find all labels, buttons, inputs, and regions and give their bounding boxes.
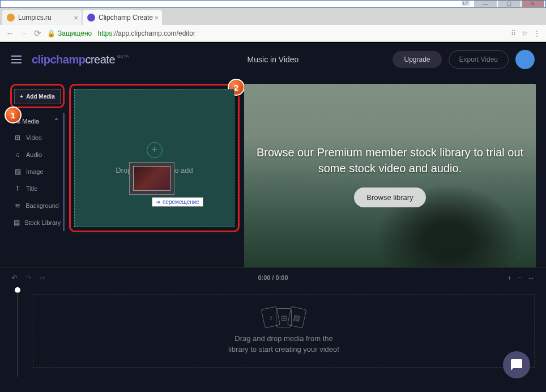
annotation-badge-1: 1: [5, 106, 22, 123]
stock-icon: ▤: [14, 219, 20, 227]
add-media-label: Add Media: [26, 93, 55, 100]
window-close[interactable]: ✕: [522, 1, 544, 7]
playhead-line: [17, 292, 18, 377]
sidebar-item-image[interactable]: ▨Image: [10, 163, 61, 180]
hamburger-icon[interactable]: [11, 56, 22, 63]
upgrade-button[interactable]: Upgrade: [393, 51, 441, 68]
sidebar-item-video[interactable]: ⊞Video: [10, 129, 61, 146]
chevron-up-icon: ⌃: [54, 117, 59, 125]
window-chrome: LP — ☐ ✕: [0, 0, 546, 8]
media-cards-icon: ♪ ⊞ ▨: [260, 308, 308, 327]
browse-library-button[interactable]: Browse library: [354, 188, 425, 207]
chat-icon: [510, 358, 523, 372]
zoom-in-icon[interactable]: +: [507, 274, 512, 282]
annotation-highlight-2: 2 + Drop media here to add ➜ перемещение: [69, 84, 240, 232]
add-media-button[interactable]: + Add Media: [14, 89, 61, 104]
media-dropzone[interactable]: + Drop media here to add ➜ перемещение: [74, 89, 234, 227]
window-minimize[interactable]: —: [474, 1, 497, 7]
sidebar-item-audio[interactable]: ♫Audio: [10, 146, 61, 163]
reload-icon[interactable]: ⟳: [34, 28, 41, 39]
back-icon[interactable]: ←: [6, 28, 14, 38]
stock-library-promo: Browse our Premium member stock library …: [244, 84, 536, 267]
timeline-time: 0:00 / 0:00: [258, 274, 288, 281]
zoom-out-icon[interactable]: −: [517, 274, 522, 282]
main-content: 1 + Add Media All Media ⌃ ⊞Video ♫Audio …: [0, 76, 546, 267]
media-menu: All Media ⌃ ⊞Video ♫Audio ▨Image TTitle …: [10, 113, 65, 231]
timeline-hint-1: Drag and drop media from the: [234, 334, 332, 343]
user-avatar[interactable]: [515, 50, 535, 69]
forward-icon[interactable]: →: [20, 28, 28, 38]
url-text[interactable]: https://app.clipchamp.com/editor: [97, 29, 195, 37]
zoom-fit-icon[interactable]: ↔: [527, 274, 535, 282]
url-bar: ← → ⟳ 🔒 Защищено https://app.clipchamp.c…: [0, 25, 546, 42]
background-icon: ≋: [14, 202, 21, 210]
sidebar: 1 + Add Media All Media ⌃ ⊞Video ♫Audio …: [10, 84, 65, 267]
project-title[interactable]: Music in Video: [248, 55, 299, 64]
promo-text: Browse our Premium member stock library …: [255, 144, 524, 176]
lp-badge: LP: [462, 1, 470, 6]
close-icon[interactable]: ×: [74, 14, 78, 22]
tab-label: Lumpics.ru: [18, 14, 52, 22]
sidebar-item-title[interactable]: TTitle: [10, 180, 61, 197]
favicon-icon: [87, 14, 95, 22]
move-arrow-icon: ➜: [156, 199, 160, 205]
timeline-controls: ↶ ↷ ✂ 0:00 / 0:00 + − ↔: [0, 268, 546, 287]
sidebar-item-background[interactable]: ≋Background: [10, 197, 61, 214]
timeline-tracks[interactable]: ♪ ⊞ ▨ Drag and drop media from the libra…: [0, 287, 546, 392]
plus-circle-icon: +: [147, 142, 163, 158]
secure-indicator: 🔒 Защищено: [47, 29, 92, 37]
lock-icon: 🔒: [47, 29, 56, 37]
drag-cursor-label: ➜ перемещение: [152, 197, 203, 207]
browser-tab-clipchamp[interactable]: Clipchamp Create ×: [83, 10, 162, 25]
scissors-icon[interactable]: ✂: [40, 274, 46, 282]
plus-icon: +: [20, 93, 23, 100]
playhead-handle[interactable]: [15, 287, 20, 293]
redo-icon[interactable]: ↷: [25, 274, 32, 282]
bookmark-icon[interactable]: ☆: [522, 29, 528, 37]
window-maximize[interactable]: ☐: [498, 1, 521, 7]
app-header: clipchampcreate BETA Music in Video Upgr…: [0, 43, 546, 76]
timeline-hint-2: library to start creating your video!: [228, 345, 339, 353]
menu-icon[interactable]: ⋮: [534, 29, 540, 37]
favicon-icon: [7, 14, 15, 22]
chat-button[interactable]: [503, 351, 530, 378]
translate-icon[interactable]: ⠿: [511, 29, 516, 37]
browser-tabstrip: Lumpics.ru × Clipchamp Create ×: [0, 8, 546, 25]
image-icon: ▨: [14, 168, 22, 176]
browser-tab-lumpics[interactable]: Lumpics.ru ×: [2, 10, 82, 25]
title-icon: T: [14, 185, 22, 193]
sidebar-item-stock[interactable]: ▤Stock Library: [10, 214, 61, 231]
dragging-thumbnail: [129, 162, 174, 195]
app-root: clipchampcreate BETA Music in Video Upgr…: [0, 42, 546, 392]
export-video-button[interactable]: Export Video: [449, 50, 509, 69]
audio-icon: ♫: [14, 151, 22, 159]
timeline-area: ↶ ↷ ✂ 0:00 / 0:00 + − ↔ ♪ ⊞ ▨ Drag and d…: [0, 267, 546, 392]
close-icon[interactable]: ×: [154, 14, 159, 22]
secure-label: Защищено: [58, 29, 92, 37]
annotation-highlight-1: + Add Media: [10, 84, 65, 108]
timeline-dropzone[interactable]: ♪ ⊞ ▨ Drag and drop media from the libra…: [33, 294, 535, 368]
tab-label: Clipchamp Create: [99, 14, 153, 22]
video-icon: ⊞: [14, 134, 22, 142]
undo-icon[interactable]: ↶: [11, 274, 18, 282]
clipchamp-logo[interactable]: clipchampcreate BETA: [32, 53, 129, 66]
image-card-icon: ▨: [287, 306, 306, 328]
